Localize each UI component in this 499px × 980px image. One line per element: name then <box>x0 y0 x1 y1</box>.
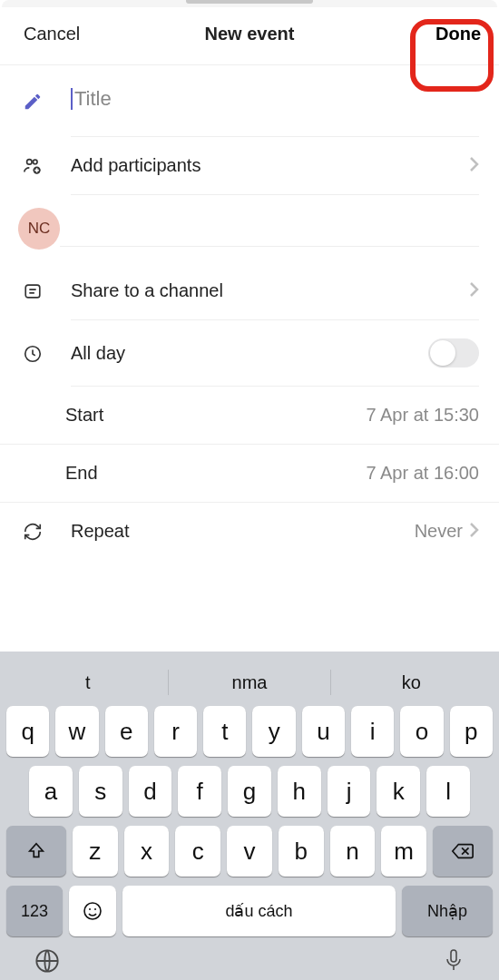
key-c[interactable]: c <box>175 826 220 877</box>
add-participants-label: Add participants <box>71 155 463 176</box>
key-row-1: q w e r t y u i o p <box>0 706 499 766</box>
key-o[interactable]: o <box>400 706 443 757</box>
key-z[interactable]: z <box>73 826 118 877</box>
share-channel-label: Share to a channel <box>71 280 463 301</box>
keyboard: t nma ko q w e r t y u i o p a s d f g h… <box>0 652 499 980</box>
key-b[interactable]: b <box>279 826 324 877</box>
key-row-2: a s d f g h j k l <box>0 766 499 826</box>
key-f[interactable]: f <box>178 766 221 817</box>
start-time-row[interactable]: Start 7 Apr at 15:30 <box>0 387 499 445</box>
key-row-3: z x c v b n m <box>0 826 499 886</box>
key-enter[interactable]: Nhập <box>402 886 493 936</box>
title-row[interactable] <box>0 65 499 137</box>
key-p[interactable]: p <box>450 706 493 757</box>
key-e[interactable]: e <box>105 706 148 757</box>
key-row-4: 123 dấu cách Nhập <box>0 886 499 946</box>
mic-icon[interactable] <box>443 948 465 979</box>
key-backspace[interactable] <box>433 826 493 877</box>
key-a[interactable]: a <box>29 766 73 817</box>
svg-point-7 <box>94 908 96 910</box>
share-channel-row[interactable]: Share to a channel <box>0 262 499 320</box>
chevron-right-icon <box>468 281 479 301</box>
page-title: New event <box>205 24 295 44</box>
add-participants-row[interactable]: Add participants <box>0 137 499 195</box>
key-emoji[interactable] <box>69 886 116 936</box>
svg-rect-9 <box>451 950 456 962</box>
suggestion-3[interactable]: ko <box>331 672 492 693</box>
key-g[interactable]: g <box>228 766 271 817</box>
key-i[interactable]: i <box>351 706 394 757</box>
key-u[interactable]: u <box>302 706 345 757</box>
header: Cancel New event Done <box>0 7 499 65</box>
text-cursor <box>71 88 73 110</box>
clock-icon <box>20 344 45 364</box>
key-m[interactable]: m <box>381 826 426 877</box>
key-h[interactable]: h <box>278 766 321 817</box>
suggestion-2[interactable]: nma <box>169 672 329 693</box>
done-button[interactable]: Done <box>435 24 481 44</box>
sheet-handle-bar[interactable] <box>186 0 313 4</box>
sheet-handle <box>2 0 497 7</box>
key-r[interactable]: r <box>154 706 197 757</box>
chevron-right-icon <box>468 522 479 542</box>
avatar-initials: NC <box>28 220 51 238</box>
key-space[interactable]: dấu cách <box>122 886 396 936</box>
end-label: End <box>65 463 98 484</box>
all-day-label: All day <box>71 343 428 364</box>
key-d[interactable]: d <box>129 766 172 817</box>
key-t[interactable]: t <box>203 706 246 757</box>
chevron-right-icon <box>468 156 479 176</box>
start-label: Start <box>65 405 103 426</box>
key-w[interactable]: w <box>55 706 98 757</box>
key-shift[interactable] <box>6 826 66 877</box>
all-day-row: All day <box>0 320 499 387</box>
svg-point-1 <box>33 160 37 164</box>
globe-icon[interactable] <box>34 948 60 979</box>
key-v[interactable]: v <box>227 826 272 877</box>
svg-point-0 <box>27 160 32 165</box>
participant-avatar-row: NC <box>0 195 499 262</box>
suggestion-bar: t nma ko <box>0 659 499 706</box>
end-time-row[interactable]: End 7 Apr at 16:00 <box>0 445 499 503</box>
people-add-icon <box>20 156 45 176</box>
key-j[interactable]: j <box>328 766 371 817</box>
key-k[interactable]: k <box>377 766 420 817</box>
key-x[interactable]: x <box>124 826 170 877</box>
key-q[interactable]: q <box>6 706 49 757</box>
repeat-icon <box>20 522 45 542</box>
suggestion-1[interactable]: t <box>7 672 168 693</box>
key-l[interactable]: l <box>426 766 470 817</box>
repeat-row[interactable]: Repeat Never <box>0 503 499 560</box>
svg-point-6 <box>89 908 91 910</box>
title-input[interactable] <box>74 87 479 111</box>
keyboard-bottom-bar <box>0 946 499 980</box>
avatar[interactable]: NC <box>18 208 60 250</box>
key-n[interactable]: n <box>330 826 376 877</box>
all-day-toggle[interactable] <box>428 338 479 368</box>
edit-icon <box>20 92 45 112</box>
end-value: 7 Apr at 16:00 <box>366 463 479 484</box>
repeat-value: Never <box>415 521 463 542</box>
key-123[interactable]: 123 <box>6 886 63 936</box>
start-value: 7 Apr at 15:30 <box>366 405 479 426</box>
repeat-label: Repeat <box>71 521 415 542</box>
channel-icon <box>20 281 45 301</box>
toggle-knob <box>430 340 455 366</box>
svg-rect-3 <box>25 285 40 298</box>
cancel-button[interactable]: Cancel <box>24 24 80 44</box>
key-s[interactable]: s <box>79 766 122 817</box>
key-y[interactable]: y <box>252 706 295 757</box>
svg-point-5 <box>84 903 101 919</box>
